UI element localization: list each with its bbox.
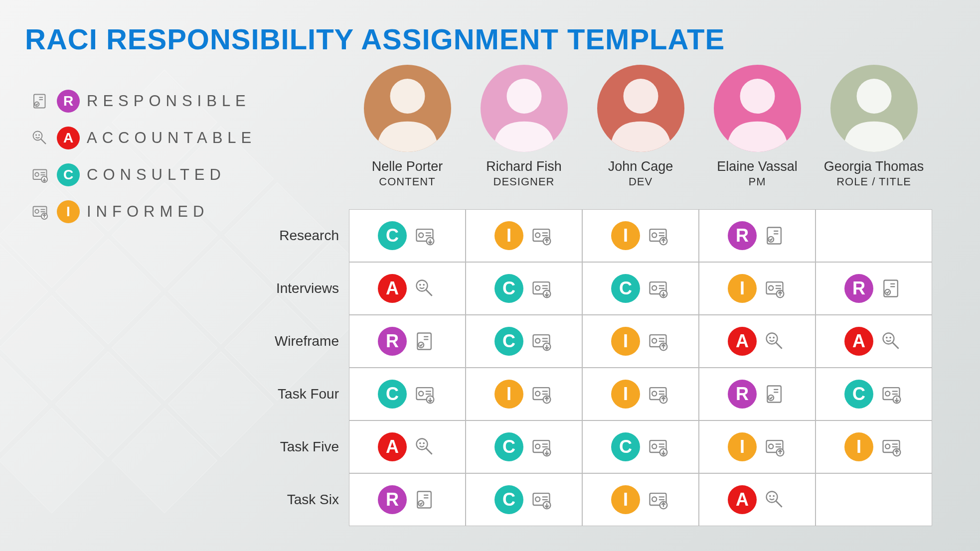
- raci-badge-a: A: [728, 327, 757, 356]
- matrix-cell: I: [699, 420, 816, 473]
- avatar: [597, 65, 684, 152]
- id-down-icon: [879, 382, 903, 406]
- raci-badge-c: C: [378, 221, 407, 250]
- raci-badge-c: C: [494, 432, 523, 461]
- face-magnify-icon: [879, 329, 903, 353]
- id-down-icon: [529, 329, 553, 353]
- page-title: RACI RESPONSIBILITY ASSIGNMENT TEMPLATE: [25, 22, 725, 56]
- person-name: Richard Fish: [486, 159, 562, 174]
- raci-badge-c: C: [494, 274, 523, 303]
- raci-badge-a: A: [728, 485, 757, 514]
- raci-badge-i: I: [611, 380, 640, 409]
- person-name: Elaine Vassal: [717, 159, 798, 174]
- matrix-cell: I: [582, 473, 699, 526]
- person-column: Richard FishDESIGNER: [466, 65, 582, 188]
- id-up-icon: [30, 202, 50, 222]
- raci-badge-i: I: [494, 380, 523, 409]
- avatar: [481, 65, 568, 152]
- id-up-icon: [763, 435, 787, 459]
- task-name: Task Four: [239, 368, 349, 420]
- raci-badge-i: I: [494, 221, 523, 250]
- matrix-cell: C: [466, 262, 582, 315]
- matrix-cell: [816, 473, 932, 526]
- raci-badge-c: C: [844, 380, 873, 409]
- legend-badge-i: I: [57, 200, 80, 223]
- matrix-row: Task SixRCIA: [239, 473, 932, 526]
- raci-legend: RRESPONSIBLEAACCOUNTABLECCONSULTEDIINFOR…: [30, 90, 256, 223]
- person-name: Georgia Thomas: [824, 159, 924, 174]
- person-role: DEV: [629, 175, 653, 188]
- matrix-cell: I: [582, 209, 699, 262]
- matrix-cell: I: [582, 315, 699, 368]
- matrix-cell: C: [349, 368, 466, 420]
- raci-badge-c: C: [494, 327, 523, 356]
- id-up-icon: [646, 329, 670, 353]
- person-column: Georgia ThomasROLE / TITLE: [816, 65, 932, 188]
- raci-badge-a: A: [378, 274, 407, 303]
- matrix-cell: C: [582, 262, 699, 315]
- id-up-icon: [646, 488, 670, 512]
- matrix-row: ResearchCIIR: [239, 209, 932, 262]
- matrix-cell: [816, 209, 932, 262]
- raci-badge-r: R: [728, 380, 757, 409]
- matrix-cell: I: [466, 209, 582, 262]
- raci-badge-c: C: [494, 485, 523, 514]
- person-role: CONTENT: [379, 175, 435, 188]
- matrix-cell: A: [349, 262, 466, 315]
- raci-badge-c: C: [378, 380, 407, 409]
- person-column: Elaine VassalPM: [699, 65, 816, 188]
- avatar: [830, 65, 918, 152]
- id-down-icon: [529, 276, 553, 300]
- doc-check-icon: [30, 91, 50, 111]
- face-magnify-icon: [413, 276, 437, 300]
- matrix-cell: C: [349, 209, 466, 262]
- legend-item-i: IINFORMED: [30, 200, 256, 223]
- avatar: [364, 65, 451, 152]
- task-name: Research: [239, 209, 349, 262]
- raci-badge-i: I: [611, 221, 640, 250]
- id-up-icon: [879, 435, 903, 459]
- matrix-cell: A: [699, 315, 816, 368]
- id-up-icon: [529, 382, 553, 406]
- person-name: Nelle Porter: [372, 159, 443, 174]
- legend-item-r: RRESPONSIBLE: [30, 90, 256, 113]
- person-role: ROLE / TITLE: [836, 175, 911, 188]
- legend-label: RESPONSIBLE: [87, 92, 251, 110]
- id-down-icon: [413, 382, 437, 406]
- face-magnify-icon: [413, 435, 437, 459]
- doc-check-icon: [413, 488, 437, 512]
- id-up-icon: [529, 224, 553, 248]
- doc-check-icon: [763, 224, 787, 248]
- task-name: Interviews: [239, 262, 349, 315]
- id-down-icon: [529, 435, 553, 459]
- doc-check-icon: [413, 329, 437, 353]
- matrix-cell: A: [349, 420, 466, 473]
- matrix-cell: C: [582, 420, 699, 473]
- matrix-cell: R: [349, 315, 466, 368]
- id-down-icon: [30, 165, 50, 185]
- matrix-row: Task FiveACCII: [239, 420, 932, 473]
- raci-badge-c: C: [611, 274, 640, 303]
- raci-badge-i: I: [844, 432, 873, 461]
- legend-badge-a: A: [57, 127, 80, 149]
- raci-badge-r: R: [844, 274, 873, 303]
- id-down-icon: [529, 488, 553, 512]
- matrix-cell: R: [349, 473, 466, 526]
- raci-badge-a: A: [378, 432, 407, 461]
- raci-badge-i: I: [611, 485, 640, 514]
- face-magnify-icon: [30, 128, 50, 148]
- matrix-cell: R: [699, 368, 816, 420]
- legend-label: INFORMED: [87, 203, 209, 221]
- avatar: [714, 65, 801, 152]
- raci-badge-r: R: [728, 221, 757, 250]
- matrix-cell: C: [466, 315, 582, 368]
- raci-matrix: ResearchCIIRInterviewsACCIRWireframeRCIA…: [239, 209, 932, 526]
- matrix-cell: R: [816, 262, 932, 315]
- raci-badge-i: I: [611, 327, 640, 356]
- matrix-cell: I: [699, 262, 816, 315]
- matrix-cell: A: [816, 315, 932, 368]
- matrix-cell: C: [466, 420, 582, 473]
- id-down-icon: [646, 435, 670, 459]
- legend-item-c: CCONSULTED: [30, 163, 256, 186]
- person-role: PM: [749, 175, 766, 188]
